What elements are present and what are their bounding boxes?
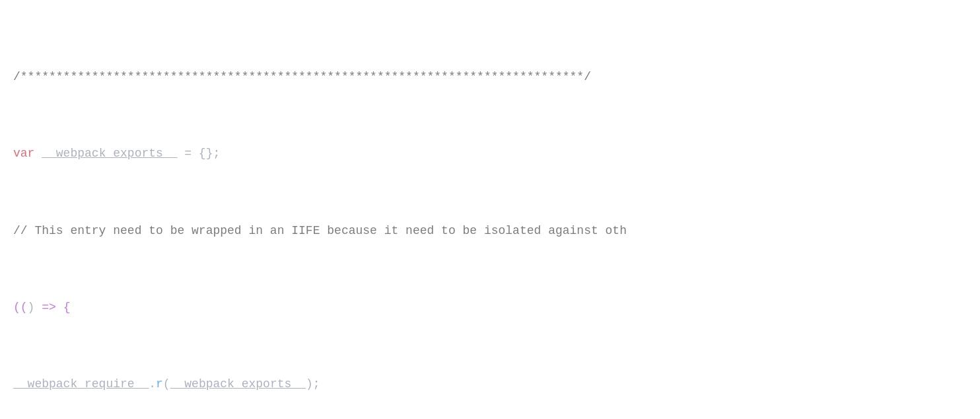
line-comment-iife: // This entry need to be wrapped in an I… <box>13 221 967 241</box>
code-viewer: /***************************************… <box>0 0 980 419</box>
line-webpack-require-r: __webpack_require__.r(__webpack_exports_… <box>13 375 967 395</box>
line-var-exports: var __webpack_exports__ = {}; <box>13 144 967 164</box>
line-comment-stars: /***************************************… <box>13 67 967 87</box>
line-iife-open: (() => { <box>13 298 967 318</box>
